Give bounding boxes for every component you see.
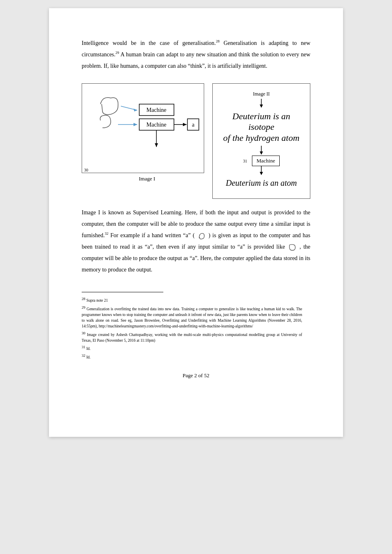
diagram-right: Image II Deuterium is an isotope of the … xyxy=(212,83,310,199)
fn29-num: 29 xyxy=(82,305,85,309)
arrow-down-1 xyxy=(257,99,265,109)
image-ii-label: Image II xyxy=(253,91,270,97)
arrow-down-3 xyxy=(257,166,265,176)
fn31-text: Id. xyxy=(86,347,90,351)
fn32-text: Id. xyxy=(86,355,90,359)
svg-text:30: 30 xyxy=(84,168,88,172)
inline-a-shape-2 xyxy=(288,244,296,251)
deuterium-text-2: Deuterium is an atom xyxy=(226,178,297,188)
svg-marker-5 xyxy=(134,123,137,126)
footnote-ref-29: 29 xyxy=(116,51,119,55)
diagrams-row: Machine Machine a xyxy=(82,83,310,199)
fn32-num: 32 xyxy=(82,354,85,358)
svg-text:Machine: Machine xyxy=(147,107,167,113)
fn29-text: Generalization is overfitting the traine… xyxy=(82,307,302,329)
svg-text:Machine: Machine xyxy=(147,122,167,128)
fn28-num: 28 xyxy=(82,297,85,301)
footnotes-section: 28 Supra note 21 29 Generalization is ov… xyxy=(82,292,163,360)
document-page: Intelligence would be in the case of gen… xyxy=(49,8,343,437)
footnote-29: 29 Generalization is overfitting the tra… xyxy=(82,305,302,329)
svg-marker-20 xyxy=(260,172,263,175)
svg-marker-1 xyxy=(134,109,137,111)
image-i-svg: Machine Machine a xyxy=(82,84,205,174)
svg-text:a: a xyxy=(192,122,195,128)
fn30-text: Image created by Ashesh Chattopadhyay, w… xyxy=(82,333,302,343)
svg-marker-16 xyxy=(260,105,263,108)
footnote-31: 31 Id. xyxy=(82,345,163,352)
fn30-num: 30 xyxy=(82,331,85,335)
diagram-left: Machine Machine a xyxy=(82,83,212,182)
footnote-28: 28 Supra note 21 xyxy=(82,296,163,303)
fn28-text: Supra note 21 xyxy=(86,298,108,303)
main-paragraph: Intelligence would be in the case of gen… xyxy=(82,38,310,72)
body-section: Image I is known as Supervised Learning.… xyxy=(82,207,310,276)
footnote-ref-28: 28 xyxy=(216,39,220,43)
footnote-num-31: 31 xyxy=(243,159,247,163)
main-text-part1: Intelligence would be in the case of gen… xyxy=(82,40,216,46)
svg-marker-13 xyxy=(155,143,158,147)
diagram-right-content: Image II Deuterium is an isotope of the … xyxy=(217,88,306,194)
footnote-32: 32 Id. xyxy=(82,353,163,360)
svg-marker-9 xyxy=(183,123,187,126)
footnote-30: 30 Image created by Ashesh Chattopadhyay… xyxy=(82,331,302,344)
svg-marker-18 xyxy=(260,151,263,155)
image-i-label: Image I xyxy=(82,176,212,182)
inline-a-shape-1 xyxy=(198,232,206,240)
arrow-down-2 xyxy=(257,146,265,156)
diagram-left-box: Machine Machine a xyxy=(82,83,204,173)
deuterium-text-1: Deuterium is an isotope of the hydrogen … xyxy=(219,111,303,143)
fn31-num: 31 xyxy=(82,345,85,349)
diagram-right-box: Image II Deuterium is an isotope of the … xyxy=(212,83,310,199)
page-number: Page 2 of 52 xyxy=(82,372,310,379)
body-text-2: For example if a hand written “a” ( xyxy=(108,232,194,238)
machine-box-right: Machine xyxy=(252,156,279,166)
